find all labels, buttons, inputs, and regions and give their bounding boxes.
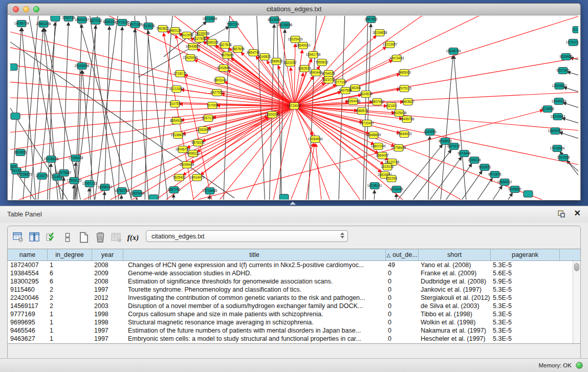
table-row[interactable]: 1456911722003Disruption of a novel membe… [8, 302, 573, 310]
graph-node[interactable]: 10654012 [497, 179, 512, 186]
graph-node[interactable]: 8460128 [168, 28, 182, 34]
graph-node[interactable]: 16154838 [373, 30, 387, 36]
graph-node[interactable]: 12975115 [397, 85, 412, 92]
graph-node[interactable]: 20206526 [44, 156, 59, 163]
graph-node[interactable]: 9474444 [458, 150, 471, 157]
graph-node[interactable]: 9498222 [186, 150, 200, 157]
graph-node[interactable]: 7357224 [226, 21, 239, 28]
graph-node[interactable]: 62160 [387, 103, 396, 110]
graph-node[interactable]: 16210643 [551, 114, 565, 120]
table-settings-icon[interactable] [12, 231, 25, 244]
network-canvas[interactable]: 1872400718300295140557242089140620937191… [10, 15, 578, 200]
graph-node[interactable]: 7986572 [355, 108, 368, 115]
graph-node[interactable]: 8322057 [284, 60, 297, 67]
graph-node[interactable]: 16961758 [306, 52, 321, 58]
graph-node[interactable]: 15751074 [566, 39, 578, 46]
new-table-icon[interactable] [77, 231, 91, 244]
graph-node[interactable]: 6879197 [447, 143, 461, 150]
graph-node[interactable]: 19756928 [391, 145, 406, 151]
unmerge-icon[interactable] [61, 231, 74, 244]
graph-node[interactable]: 8912958 [180, 32, 193, 39]
graph-node[interactable]: 9875685 [221, 52, 234, 59]
graph-node[interactable]: 7485063 [398, 70, 411, 76]
graph-node[interactable]: 11121 [573, 27, 578, 33]
graph-node[interactable]: 17016504 [550, 145, 565, 152]
graph-node[interactable]: 8990448 [309, 70, 322, 76]
table-row[interactable]: 977716911998Corpus callosum shape and si… [8, 310, 573, 318]
graph-node[interactable]: 7463822 [156, 26, 169, 32]
graph-node[interactable]: 1527002 [89, 18, 102, 25]
graph-node[interactable]: 8186328 [205, 39, 219, 46]
graph-node[interactable]: 3267130 [202, 115, 215, 122]
graph-node[interactable]: 10653287 [75, 17, 90, 24]
column-header-short[interactable]: short [418, 249, 490, 260]
column-header-in_degree[interactable]: in_degree [47, 249, 92, 260]
table-row[interactable]: 969969511998Structural magnetic resonanc… [8, 318, 573, 326]
select-column-icon[interactable] [28, 231, 41, 244]
column-header-title[interactable]: title [123, 249, 385, 260]
graph-node[interactable]: 2935114 [468, 157, 481, 164]
graph-node[interactable]: 1621078 [322, 77, 335, 83]
select-all-icon[interactable] [45, 231, 58, 244]
graph-node[interactable]: 19166825 [171, 132, 186, 139]
graph-node[interactable]: 15692951 [548, 128, 563, 135]
graph-node[interactable]: 9463627 [401, 99, 415, 105]
graph-node[interactable]: 15718485 [203, 188, 217, 194]
window-titlebar[interactable]: citations_edges.txt [8, 4, 580, 15]
panel-resize-handle[interactable] [290, 202, 296, 205]
graph-node[interactable]: 6794028 [322, 71, 335, 77]
vertical-scrollbar[interactable] [573, 261, 580, 343]
graph-node[interactable]: 2684067 [376, 152, 389, 159]
graph-node[interactable]: 9146821 [258, 54, 271, 60]
graph-node[interactable]: 8654923 [170, 118, 183, 124]
graph-node[interactable]: 252254 [386, 176, 397, 182]
graph-node[interactable]: 12093832 [552, 83, 567, 90]
table-row[interactable]: 946362711997Embryonic stem cells: a mode… [8, 335, 573, 343]
graph-node[interactable]: 2620651 [14, 149, 27, 156]
graph-node[interactable]: 16495756 [400, 116, 415, 123]
close-panel-icon[interactable]: ✕ [574, 209, 581, 218]
column-header-pagerank[interactable]: pagerank [490, 249, 559, 260]
graph-node[interactable] [11, 113, 20, 120]
function-builder-icon[interactable]: f(x) [126, 231, 140, 244]
graph-node[interactable]: 9127505 [193, 36, 206, 42]
float-panel-icon[interactable] [557, 210, 565, 218]
table-selector-dropdown[interactable]: citations_edges.txt [146, 230, 348, 242]
graph-node[interactable]: 310755 [169, 101, 181, 107]
column-header-year[interactable]: year [92, 249, 123, 260]
graph-node[interactable]: 7515526 [142, 23, 155, 30]
graph-node[interactable]: 7625402 [172, 174, 186, 181]
graph-node[interactable]: 8813054 [268, 17, 281, 24]
graph-node[interactable]: 2867608 [231, 46, 245, 53]
graph-node[interactable]: 8471676 [488, 171, 502, 178]
graph-node[interactable]: 20891406 [36, 21, 51, 28]
graph-node[interactable] [524, 191, 533, 198]
graph-node[interactable]: 12505123 [67, 178, 82, 184]
graph-node[interactable]: 18807249 [371, 143, 386, 150]
graph-node[interactable]: 9777169 [334, 79, 347, 86]
graph-node[interactable]: 6497568 [339, 87, 352, 94]
graph-node[interactable]: 2093719 [62, 16, 75, 21]
graph-node[interactable]: 16782753 [115, 188, 129, 194]
graph-node[interactable]: 7632621 [478, 164, 491, 171]
graph-node[interactable]: 10688609 [366, 132, 381, 139]
graph-node[interactable]: 8215958 [541, 106, 554, 113]
graph-node[interactable]: 19654923 [397, 131, 412, 138]
graph-node[interactable]: 9327508 [219, 42, 232, 49]
table-row[interactable]: 911546021997Tourette syndrome. Phenomeno… [8, 286, 573, 294]
graph-node[interactable] [149, 195, 158, 200]
graph-node[interactable] [51, 16, 60, 21]
table-row[interactable]: 1872400712008Changes of HCN gene express… [8, 261, 573, 269]
graph-node[interactable]: 12444159 [552, 98, 567, 105]
graph-node[interactable]: 14671388 [128, 21, 143, 28]
scrollbar-thumb[interactable] [574, 263, 579, 271]
graph-node[interactable]: 17957233 [82, 181, 97, 187]
delete-table-icon[interactable] [94, 231, 107, 244]
graph-node[interactable]: 2887652 [364, 16, 378, 23]
graph-node[interactable]: 9227343 [556, 68, 570, 74]
table-row[interactable]: 1830029562008Estimation of significance … [8, 277, 573, 286]
graph-node[interactable]: 16033809 [203, 16, 217, 23]
graph-node[interactable]: 9329966 [559, 54, 573, 60]
graph-node[interactable]: 17359928 [69, 155, 83, 162]
graph-node[interactable]: 8878334 [191, 140, 205, 146]
